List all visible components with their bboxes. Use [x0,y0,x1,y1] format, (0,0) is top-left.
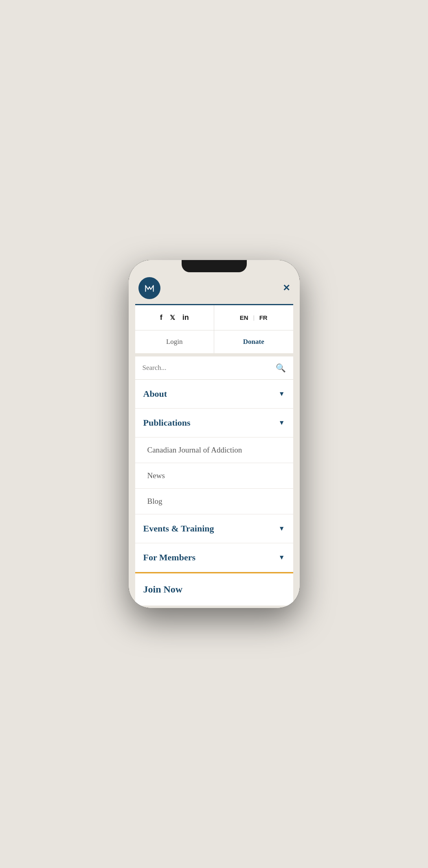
login-button[interactable]: Login [135,330,215,353]
events-training-nav-item[interactable]: Events & Training ▼ [135,514,293,543]
publications-nav-item[interactable]: Publications ▼ [135,409,293,437]
for-members-nav-item[interactable]: For Members ▼ [135,543,293,572]
join-now-button[interactable]: Join Now [135,573,293,606]
close-button[interactable]: ✕ [283,283,290,293]
phone-notch [182,260,247,272]
donate-button[interactable]: Donate [214,330,293,353]
about-nav-item[interactable]: About ▼ [135,380,293,409]
news-nav-item[interactable]: News [135,463,293,489]
join-now-label: Join Now [143,584,183,595]
canadian-journal-label: Canadian Journal of Addiction [147,446,242,455]
bottom-padding [129,606,300,608]
twitter-icon[interactable]: 𝕏 [170,314,175,321]
events-training-label: Events & Training [143,523,214,534]
blog-nav-item[interactable]: Blog [135,489,293,514]
social-section: f 𝕏 in [135,305,215,330]
publications-chevron-icon: ▼ [279,419,285,426]
phone-frame: ✕ f 𝕏 in EN | FR Login D [129,260,300,608]
french-button[interactable]: FR [259,314,268,321]
menu-content: f 𝕏 in EN | FR Login Donate 🔍 [129,304,300,608]
nav-section: About ▼ Publications ▼ Canadian Journal … [135,380,293,572]
login-donate-row: Login Donate [135,330,293,353]
blog-label: Blog [147,497,162,506]
publications-label: Publications [143,418,191,428]
language-section: EN | FR [214,305,293,330]
events-chevron-icon: ▼ [279,525,285,532]
social-lang-row: f 𝕏 in EN | FR [135,305,293,330]
english-button[interactable]: EN [240,314,248,321]
canadian-journal-nav-item[interactable]: Canadian Journal of Addiction [135,437,293,463]
about-chevron-icon: ▼ [279,390,285,398]
logo-button[interactable] [138,277,160,299]
linkedin-icon[interactable]: in [182,313,189,322]
facebook-icon[interactable]: f [160,313,162,322]
for-members-label: For Members [143,552,196,563]
search-bar: 🔍 [135,356,293,380]
search-input[interactable] [143,364,276,372]
lang-divider: | [253,314,255,321]
about-label: About [143,389,167,399]
phone-screen: ✕ f 𝕏 in EN | FR Login D [129,260,300,608]
search-icon[interactable]: 🔍 [276,363,286,373]
news-label: News [147,471,165,480]
for-members-chevron-icon: ▼ [279,554,285,561]
